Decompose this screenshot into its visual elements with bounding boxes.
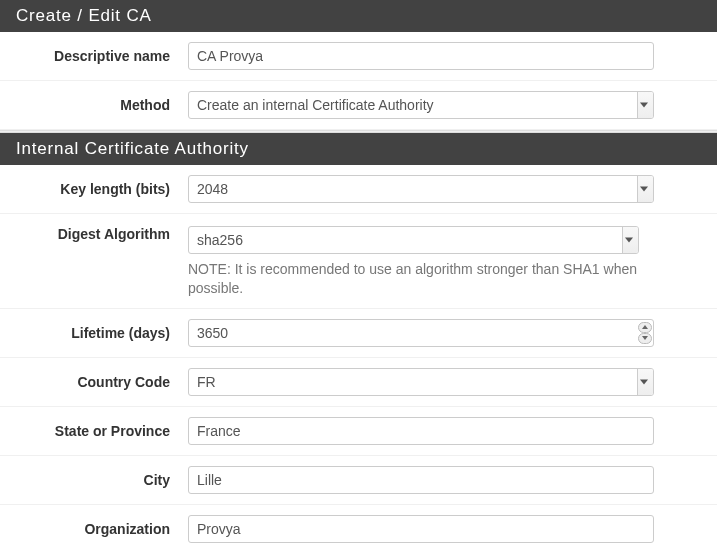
digest-algorithm-select-wrapper: sha256 (188, 226, 639, 254)
label-state-or-province: State or Province (18, 423, 188, 439)
method-select[interactable]: Create an internal Certificate Authority (188, 91, 654, 119)
svg-marker-1 (642, 336, 648, 340)
lifetime-step-up[interactable] (638, 322, 652, 333)
row-state-or-province: State or Province (0, 407, 717, 456)
row-country-code: Country Code FR (0, 358, 717, 407)
country-code-select-wrapper: FR (188, 368, 654, 396)
country-code-select[interactable]: FR (188, 368, 654, 396)
chevron-down-icon (642, 336, 648, 340)
state-or-province-input[interactable] (188, 417, 654, 445)
panel-header-text: Create / Edit CA (16, 6, 152, 25)
row-city: City (0, 456, 717, 505)
lifetime-input-wrap (188, 319, 654, 347)
row-lifetime: Lifetime (days) (0, 309, 717, 358)
create-edit-ca-panel: Create / Edit CA Descriptive name Method… (0, 0, 717, 130)
svg-marker-0 (642, 325, 648, 329)
lifetime-step-down[interactable] (638, 333, 652, 344)
lifetime-spinner (638, 321, 652, 345)
row-organization: Organization (0, 505, 717, 553)
row-digest-algorithm: Digest Algorithm sha256 NOTE: It is reco… (0, 214, 717, 309)
key-length-select-wrapper: 2048 (188, 175, 654, 203)
row-key-length: Key length (bits) 2048 (0, 165, 717, 214)
panel-header-internal-ca: Internal Certificate Authority (0, 133, 717, 165)
label-lifetime: Lifetime (days) (18, 325, 188, 341)
digest-algorithm-select[interactable]: sha256 (188, 226, 639, 254)
label-country-code: Country Code (18, 374, 188, 390)
organization-input[interactable] (188, 515, 654, 543)
panel-header-text: Internal Certificate Authority (16, 139, 249, 158)
label-digest-algorithm: Digest Algorithm (18, 226, 188, 242)
key-length-select[interactable]: 2048 (188, 175, 654, 203)
city-input[interactable] (188, 466, 654, 494)
lifetime-input[interactable] (188, 319, 654, 347)
label-organization: Organization (18, 521, 188, 537)
internal-ca-panel: Internal Certificate Authority Key lengt… (0, 133, 717, 553)
digest-algorithm-note: NOTE: It is recommended to use an algori… (188, 260, 654, 298)
label-city: City (18, 472, 188, 488)
method-select-wrapper: Create an internal Certificate Authority (188, 91, 654, 119)
label-descriptive-name: Descriptive name (18, 48, 188, 64)
descriptive-name-input[interactable] (188, 42, 654, 70)
chevron-up-icon (642, 325, 648, 329)
row-method: Method Create an internal Certificate Au… (0, 81, 717, 130)
label-key-length: Key length (bits) (18, 181, 188, 197)
row-descriptive-name: Descriptive name (0, 32, 717, 81)
label-method: Method (18, 97, 188, 113)
panel-header-create-edit-ca: Create / Edit CA (0, 0, 717, 32)
